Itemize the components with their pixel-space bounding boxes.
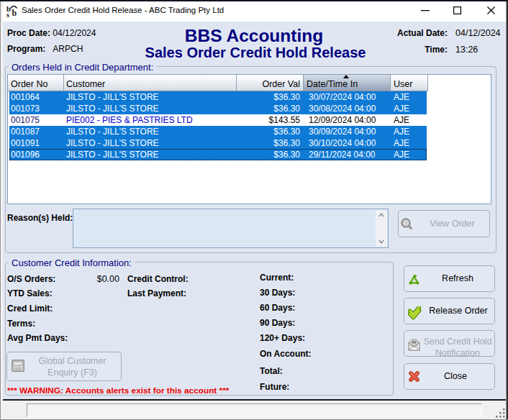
svg-text:b: b	[12, 8, 17, 18]
svg-text:s: s	[6, 11, 9, 18]
